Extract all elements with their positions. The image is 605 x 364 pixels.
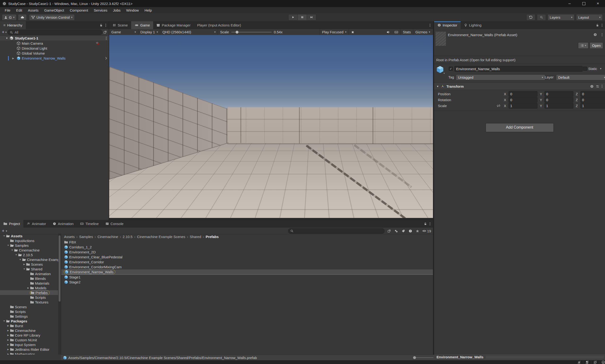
foldout-collapsed-icon[interactable]: ▶ [26, 287, 30, 289]
kebab-icon[interactable] [602, 23, 603, 27]
preview-drag-handle[interactable] [486, 356, 604, 358]
open-search-icon[interactable] [386, 228, 392, 234]
tree-item-scenes[interactable]: Scenes [0, 304, 58, 309]
lock-icon[interactable] [100, 24, 103, 27]
search-button[interactable] [537, 14, 546, 21]
hidden-count[interactable]: 19 [422, 229, 431, 233]
tree-item-settings[interactable]: Settings [0, 314, 58, 319]
position-x-field[interactable] [509, 91, 537, 97]
position-y-field[interactable] [544, 91, 573, 97]
foldout-expanded-icon[interactable]: ▼ [14, 254, 18, 256]
pause-button[interactable] [298, 14, 307, 21]
tree-item-jetbrains-rider-editor[interactable]: ▶JetBrains Rider Editor [0, 347, 58, 352]
asset-environment-corridor[interactable]: Environment_Corridor [61, 260, 433, 264]
active-checkbox[interactable]: ✓ [449, 67, 453, 71]
tree-item-blends[interactable]: Blends [0, 276, 58, 281]
position-z-field[interactable] [580, 91, 605, 97]
tree-item-cinemachine-example-scenes[interactable]: ▼Cinemachine Example Scenes [0, 257, 58, 262]
step-button[interactable] [307, 14, 316, 21]
open-new-window-icon[interactable] [103, 30, 107, 34]
tree-scrollbar[interactable] [58, 234, 61, 354]
tab-animator[interactable]: Animator [23, 220, 49, 228]
tree-item-shared[interactable]: ▼Shared [0, 267, 58, 271]
tab-project[interactable]: Project [0, 220, 23, 228]
tab-inspector[interactable]: Inspector [434, 21, 461, 29]
progress-ok-icon[interactable] [602, 361, 605, 364]
layers-dropdown[interactable]: Layers ▾ [548, 14, 575, 21]
tab-timeline[interactable]: Timeline [77, 220, 102, 228]
maximize-icon[interactable] [577, 0, 591, 7]
foldout-expanded-icon[interactable]: ▼ [437, 85, 439, 88]
scene-header-row[interactable]: ▼ StudyCase1-1 [0, 36, 109, 41]
tab-animation[interactable]: Animation [49, 220, 77, 228]
preview-bar[interactable]: Environment_Narrow_Walls [434, 354, 605, 360]
tab-package-manager[interactable]: Package Manager [153, 21, 194, 29]
foldout-expanded-icon[interactable]: ▼ [2, 320, 6, 322]
help-icon[interactable]: ? [593, 33, 597, 36]
link-off-icon[interactable] [497, 104, 500, 107]
scale-y-field[interactable] [544, 103, 573, 108]
kebab-icon[interactable] [429, 23, 431, 27]
lock-icon[interactable] [424, 222, 427, 225]
foldout-collapsed-icon[interactable]: ▶ [6, 339, 10, 341]
tab-game[interactable]: Game [131, 21, 153, 29]
kebab-icon[interactable] [105, 23, 106, 27]
breadcrumb-shared[interactable]: Shared [190, 235, 201, 239]
menu-component[interactable]: Component [67, 8, 91, 13]
kebab-icon[interactable] [602, 84, 603, 88]
tree-item-core-rp-library[interactable]: ▶Core RP Library [0, 333, 58, 338]
static-checkbox[interactable] [583, 67, 587, 71]
stats-toggle[interactable]: Stats [400, 29, 413, 35]
tree-item-scenes[interactable]: ▶Scenes [0, 262, 58, 267]
tree-item-custom-nunit[interactable]: ▶Custom NUnit [0, 338, 58, 342]
hierarchy-searchbox[interactable] [8, 29, 102, 35]
asset-stage2[interactable]: Stage2 [61, 280, 433, 285]
account-dropdown[interactable]: G ▾ [2, 14, 16, 21]
filter-by-label-icon[interactable] [400, 228, 406, 234]
favorites-icon[interactable] [414, 228, 420, 234]
foldout-expanded-icon[interactable]: ▼ [23, 268, 26, 270]
mute-audio-toggle[interactable] [384, 29, 392, 35]
tree-item-mathematics[interactable]: ▶Mathematics [0, 352, 58, 354]
tree-item-prefabs[interactable]: Prefabs [0, 290, 58, 295]
tab-lighting[interactable]: Lighting [461, 21, 485, 29]
version-control-dropdown[interactable]: Unity Version Control ▾ [29, 14, 75, 21]
rotation-x-field[interactable] [509, 97, 537, 103]
chevron-down-icon[interactable]: ▾ [5, 31, 7, 34]
kebab-icon[interactable] [429, 222, 431, 226]
chevron-right-icon[interactable] [105, 57, 107, 60]
display-dropdown[interactable]: Display 1 ▾ [138, 29, 160, 35]
tree-item-samples[interactable]: ▼Samples [0, 243, 58, 248]
breadcrumb-cinemachine[interactable]: Cinemachine [97, 235, 118, 239]
foldout-collapsed-icon[interactable]: ▶ [23, 263, 26, 265]
play-button[interactable] [288, 14, 298, 21]
kebab-icon[interactable] [602, 33, 603, 37]
tab-scene[interactable]: Scene [109, 21, 131, 29]
vsync-toggle[interactable] [392, 29, 400, 35]
chevron-down-icon[interactable]: ▾ [6, 230, 7, 233]
project-searchbox[interactable] [288, 228, 385, 234]
foldout-collapsed-icon[interactable]: ▶ [12, 57, 16, 60]
thumbnail-size-slider[interactable] [413, 357, 433, 358]
menu-edit[interactable]: Edit [13, 8, 25, 13]
menu-gameobject[interactable]: GameObject [41, 8, 67, 13]
tree-item-packages[interactable]: ▼Packages [0, 319, 58, 323]
breadcrumb-prefabs[interactable]: Prefabs [206, 235, 219, 239]
tag-dropdown[interactable]: Untagged ▾ [456, 75, 545, 80]
foldout-expanded-icon[interactable]: ▼ [6, 37, 8, 39]
foldout-expanded-icon[interactable]: ▼ [10, 249, 14, 251]
tree-item-scripts[interactable]: Scripts [0, 295, 58, 300]
cloud-button[interactable] [18, 14, 27, 21]
tree-item-2-10-5[interactable]: ▼2.10.5 [0, 252, 58, 257]
foldout-expanded-icon[interactable]: ▼ [6, 244, 10, 247]
open-prefab-button[interactable]: Open [590, 42, 603, 49]
asset-environment-2d[interactable]: Environment_2D [61, 250, 433, 255]
layer-dropdown[interactable]: Default ▾ [556, 75, 605, 80]
tree-item-cinemachine[interactable]: ▶Cinemachine [0, 328, 58, 333]
create-asset-button[interactable]: + [2, 229, 4, 234]
help-icon[interactable]: ? [590, 85, 594, 88]
tab-console[interactable]: Console [102, 220, 127, 228]
menu-jobs[interactable]: Jobs [110, 8, 123, 13]
breadcrumb-cinemachine-example-scenes[interactable]: Cinemachine Example Scenes [137, 235, 185, 239]
foldout-collapsed-icon[interactable]: ▶ [6, 343, 10, 346]
